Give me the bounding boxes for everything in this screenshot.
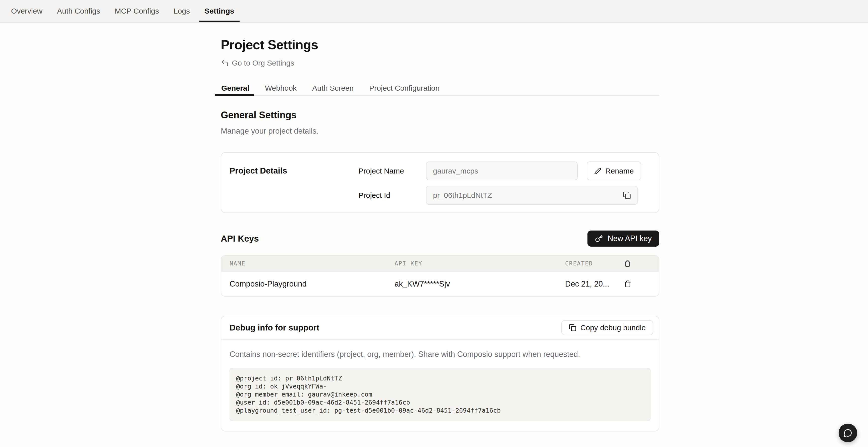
debug-info-card: Debug info for support Copy debug bundle… (221, 316, 659, 432)
copy-debug-bundle-button[interactable]: Copy debug bundle (561, 320, 653, 335)
project-id-value: pr_06th1pLdNtTZ (433, 191, 492, 200)
nav-item-mcp-configs[interactable]: MCP Configs (115, 0, 159, 22)
rename-label: Rename (605, 167, 634, 175)
copy-project-id-button[interactable] (623, 191, 631, 199)
tab-auth-screen[interactable]: Auth Screen (312, 81, 354, 95)
col-header-delete (624, 260, 659, 267)
rename-button[interactable]: Rename (587, 161, 641, 180)
section-subtitle: Manage your project details. (221, 127, 659, 136)
project-id-field: pr_06th1pLdNtTZ (426, 186, 638, 205)
top-nav: Overview Auth Configs MCP Configs Logs S… (0, 0, 868, 23)
copy-icon (569, 324, 577, 331)
copy-icon (623, 191, 631, 199)
pencil-icon (594, 167, 601, 174)
debug-description: Contains non-secret identifiers (project… (229, 350, 651, 359)
nav-item-overview[interactable]: Overview (11, 0, 42, 22)
api-keys-table: NAME API KEY CREATED Composio-Playground… (221, 255, 659, 296)
api-key-row: Composio-Playground ak_KW7*****Sjv Dec 2… (221, 271, 659, 296)
api-keys-header: API Keys New API key (221, 230, 659, 247)
tab-general[interactable]: General (221, 81, 250, 95)
key-icon (595, 234, 603, 243)
col-header-api-key: API KEY (395, 260, 565, 267)
table-header-row: NAME API KEY CREATED (221, 256, 659, 271)
new-api-key-button[interactable]: New API key (587, 230, 659, 247)
new-api-key-label: New API key (608, 234, 652, 243)
project-id-row: Project Id pr_06th1pLdNtTZ (359, 186, 651, 205)
back-link-label: Go to Org Settings (232, 59, 294, 67)
debug-code-block: @project_id: pr_06th1pLdNtTZ@org_id: ok_… (229, 368, 651, 421)
col-header-created: CREATED (565, 260, 624, 267)
section-title: General Settings (221, 110, 659, 121)
copy-debug-bundle-label: Copy debug bundle (581, 323, 646, 332)
message-circle-icon (843, 428, 852, 438)
corner-up-left-icon (221, 59, 229, 67)
debug-card-title: Debug info for support (229, 323, 319, 332)
chat-widget-button[interactable] (839, 424, 857, 442)
delete-api-key-button[interactable] (624, 280, 631, 288)
general-settings-header: General Settings Manage your project det… (221, 110, 659, 136)
col-header-name: NAME (221, 260, 395, 267)
nav-item-logs[interactable]: Logs (174, 0, 190, 22)
project-name-input[interactable] (426, 161, 578, 180)
project-details-card: Project Details Project Name Rename Proj… (221, 152, 659, 213)
api-keys-title: API Keys (221, 233, 259, 244)
go-to-org-settings-link[interactable]: Go to Org Settings (221, 59, 294, 67)
project-name-label: Project Name (359, 167, 426, 175)
tab-project-configuration[interactable]: Project Configuration (369, 81, 440, 95)
main-content: Project Settings Go to Org Settings Gene… (221, 23, 659, 447)
tab-webhook[interactable]: Webhook (265, 81, 297, 95)
api-key-name: Composio-Playground (221, 280, 395, 289)
project-id-label: Project Id (359, 191, 426, 200)
api-key-value: ak_KW7*****Sjv (395, 280, 565, 289)
settings-tabs: General Webhook Auth Screen Project Conf… (221, 81, 659, 96)
page-title: Project Settings (221, 37, 659, 52)
trash-icon (624, 260, 659, 267)
project-name-row: Project Name Rename (359, 161, 651, 180)
nav-item-settings[interactable]: Settings (205, 0, 234, 22)
nav-item-auth-configs[interactable]: Auth Configs (57, 0, 100, 22)
trash-icon (624, 280, 631, 288)
api-key-created: Dec 21, 20... (565, 280, 624, 289)
project-details-title: Project Details (229, 161, 359, 205)
